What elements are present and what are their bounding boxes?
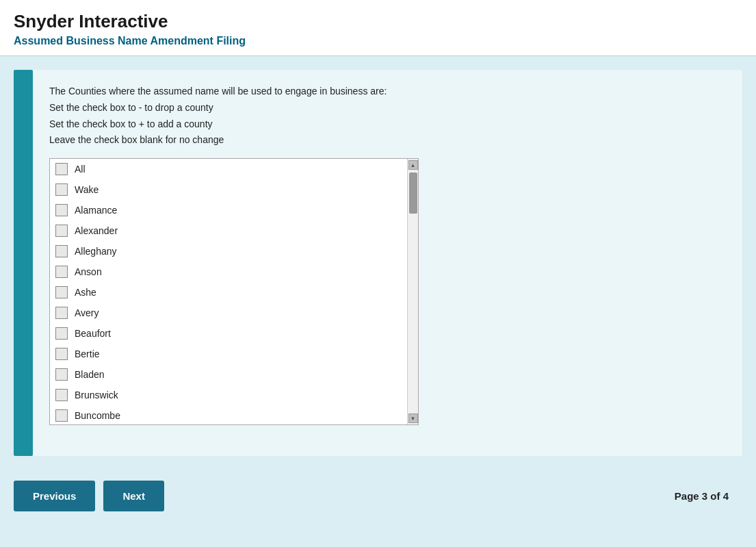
header: Snyder Interactive Assumed Business Name… xyxy=(0,0,756,56)
county-label: Avery xyxy=(75,307,99,318)
county-checkbox[interactable] xyxy=(55,225,68,237)
county-label: All xyxy=(75,164,86,175)
list-item[interactable]: Bladen xyxy=(50,364,407,385)
county-label: Brunswick xyxy=(75,390,118,400)
county-list[interactable]: AllWakeAlamanceAlexanderAlleghanyAnsonAs… xyxy=(50,159,407,424)
list-item[interactable]: Bertie xyxy=(50,344,407,364)
county-label: Buncombe xyxy=(75,410,120,421)
county-label: Bladen xyxy=(75,369,105,380)
county-label: Bertie xyxy=(75,348,100,359)
list-item[interactable]: Alexander xyxy=(50,220,407,241)
county-label: Anson xyxy=(75,266,102,277)
county-label: Alleghany xyxy=(75,246,117,257)
list-item[interactable]: All xyxy=(50,159,407,179)
page-info: Page 3 of 4 xyxy=(675,490,729,502)
county-checkbox[interactable] xyxy=(55,307,68,319)
list-item[interactable]: Ashe xyxy=(50,282,407,303)
list-item[interactable]: Buncombe xyxy=(50,405,407,424)
scrollbar-down-button[interactable]: ▼ xyxy=(408,414,418,423)
list-item[interactable]: Avery xyxy=(50,303,407,323)
list-item[interactable]: Anson xyxy=(50,262,407,282)
content-area: The Counties where the assumed name will… xyxy=(33,70,742,456)
county-checkbox[interactable] xyxy=(55,163,68,175)
scrollbar-thumb[interactable] xyxy=(409,173,417,214)
county-checkbox[interactable] xyxy=(55,183,68,196)
county-checkbox[interactable] xyxy=(55,327,68,340)
county-checkbox[interactable] xyxy=(55,389,68,401)
scrollbar-track: ▲ ▼ xyxy=(407,159,418,424)
county-checkbox[interactable] xyxy=(55,245,68,257)
list-item[interactable]: Beaufort xyxy=(50,323,407,344)
county-label: Wake xyxy=(75,184,99,195)
list-item[interactable]: Alleghany xyxy=(50,241,407,262)
county-label: Ashe xyxy=(75,287,96,298)
scrollbar-up-button[interactable]: ▲ xyxy=(408,160,418,170)
county-label: Alamance xyxy=(75,205,117,216)
previous-button[interactable]: Previous xyxy=(14,481,95,511)
county-list-container: AllWakeAlamanceAlexanderAlleghanyAnsonAs… xyxy=(49,158,419,425)
county-label: Alexander xyxy=(75,225,118,236)
instructions: The Counties where the assumed name will… xyxy=(49,84,726,149)
instruction-line4: Leave the check box blank for no change xyxy=(49,132,726,149)
list-item[interactable]: Brunswick xyxy=(50,385,407,405)
county-checkbox[interactable] xyxy=(55,348,68,360)
county-checkbox[interactable] xyxy=(55,409,68,422)
county-checkbox[interactable] xyxy=(55,266,68,278)
instruction-line2: Set the check box to - to drop a county xyxy=(49,100,726,116)
footer: Previous Next Page 3 of 4 xyxy=(0,470,756,522)
list-item[interactable]: Wake xyxy=(50,179,407,200)
county-checkbox[interactable] xyxy=(55,204,68,216)
next-button[interactable]: Next xyxy=(103,481,164,511)
left-accent-bar xyxy=(14,70,33,456)
instruction-line3: Set the check box to + to add a county xyxy=(49,116,726,133)
list-item[interactable]: Alamance xyxy=(50,200,407,220)
county-checkbox[interactable] xyxy=(55,286,68,298)
app-subtitle: Assumed Business Name Amendment Filing xyxy=(14,35,742,47)
app-title: Snyder Interactive xyxy=(14,11,742,32)
county-checkbox[interactable] xyxy=(55,368,68,381)
county-label: Beaufort xyxy=(75,328,111,339)
instruction-line1: The Counties where the assumed name will… xyxy=(49,84,726,100)
